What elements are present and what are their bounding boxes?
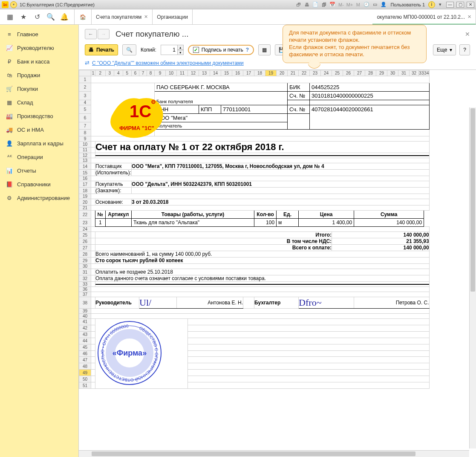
more-button[interactable]: Еще ▾ [433, 44, 456, 55]
buyer-label: Покупатель [95, 181, 132, 188]
info-button[interactable]: i [428, 1, 435, 8]
more-label: Еще [437, 47, 447, 53]
minimize-button[interactable]: — [446, 2, 454, 8]
tb-m-minus[interactable]: M- [338, 1, 344, 8]
nav-label: Операции [17, 154, 43, 160]
forward-button[interactable]: → [98, 29, 110, 39]
tb-compare-icon[interactable]: 🗐 [320, 1, 327, 8]
nav-label: Отчеты [17, 168, 36, 174]
tb-panel-icon[interactable]: ▭ [372, 1, 378, 8]
tb-icon-1[interactable]: 🗗 [295, 1, 302, 8]
spinner-down[interactable]: ▼ [178, 50, 184, 55]
tab-accounts[interactable]: Счета покупателям✕ [92, 9, 153, 24]
total-value: 140 000,00 [332, 245, 430, 251]
current-user[interactable]: Пользователь 1 [389, 2, 427, 7]
app-menu-dropdown[interactable]: ▾ [10, 1, 17, 8]
content-area: Для печати документа с факсимиле и оттис… [79, 25, 476, 457]
ruble-icon: ₽ [6, 58, 13, 65]
nav-reports[interactable]: 📊Отчеты [0, 164, 78, 177]
horizontal-scrollbar[interactable] [79, 450, 469, 457]
company-stamp: ОБЩЕСТВО С ОГРАНИЧЕННОЙ ОТВЕТСТВЕННОСТЬЮ… [95, 319, 164, 387]
tab-close-icon[interactable]: ✕ [144, 14, 148, 20]
nav-production[interactable]: 🏭Производство [0, 109, 78, 123]
director-signature: Ul/ [139, 297, 151, 308]
print-button[interactable]: 🖶 Печать [85, 44, 118, 55]
nav-operations[interactable]: ᴬᴷОперации [0, 150, 78, 164]
tb-m-plus[interactable]: M+ [346, 1, 353, 8]
tb-doc-icon[interactable]: 📄 [312, 1, 319, 8]
history-icon[interactable]: ↺ [33, 13, 41, 21]
nav-bank[interactable]: ₽Банк и касса [0, 55, 78, 68]
favorite-icon[interactable]: ★ [20, 13, 27, 21]
info-dropdown[interactable]: ▾ [437, 1, 444, 8]
search-icon[interactable]: 🔍 [47, 13, 55, 21]
chart-icon: 📈 [6, 44, 13, 51]
nav-purchases[interactable]: 🛒Покупки [0, 82, 78, 95]
grid-icon: ▦ [6, 99, 13, 106]
printer-icon: 🖶 [89, 47, 94, 53]
callout-line1: Для печати документа с факсимиле и оттис… [289, 29, 420, 44]
nav-main[interactable]: ≡Главное [0, 27, 78, 41]
tab-accounts-label: Счета покупателям [96, 14, 141, 20]
acc2-value: 40702810440020002661 [310, 105, 430, 130]
accountant-signature: Dfro~ [299, 297, 321, 308]
nav-sales[interactable]: 🛍Продажи [0, 68, 78, 82]
nav-assets[interactable]: 🚚ОС и НМА [0, 123, 78, 136]
bank-name: ПАО СБЕРБАНК Г. МОСКВА [155, 83, 288, 92]
invoice-title: Счет на оплату № 1 от 22 октября 2018 г. [95, 142, 430, 153]
help-button[interactable]: ? [459, 44, 470, 55]
edit-button[interactable]: ▦ [258, 44, 271, 55]
app-logo-icon: 1c [2, 1, 9, 8]
nav-warehouse[interactable]: ▦Склад [0, 95, 78, 109]
tb-print-icon[interactable]: 🖶 [303, 1, 310, 8]
nav-label: Производство [17, 113, 53, 119]
tb-calc-icon[interactable]: 📅 [329, 1, 336, 8]
checkbox-icon[interactable]: ✓ [193, 47, 199, 53]
tb-clock-icon[interactable]: 🕘 [363, 1, 370, 8]
nav-label: Главное [17, 31, 38, 38]
nav-label: ОС и НМА [17, 127, 44, 133]
tab-home[interactable]: 🏠 [75, 9, 92, 24]
maximize-button[interactable]: ▢ [456, 2, 464, 8]
factory-icon: 🏭 [6, 113, 13, 119]
director-name: Антонова Е. Н. [177, 297, 243, 309]
tb-user-icon: 👤 [380, 1, 387, 8]
close-window-button[interactable]: ✕ [467, 2, 474, 8]
tab-invoice[interactable]: окупателю МП00-000001 от 22.10.2...✕ [372, 9, 476, 24]
items-header: 22 №АртикулТовары (работы, услуги)Кол-во… [79, 211, 430, 219]
hint-callout: Для печати документа с факсимиле и оттис… [283, 25, 427, 63]
bell-icon[interactable]: 🔔 [61, 13, 68, 21]
spinner-up[interactable]: ▲ [178, 45, 184, 50]
nav-admin[interactable]: ⚙Администрирование [0, 191, 78, 205]
copies-spinner[interactable]: ▲▼ [161, 45, 184, 55]
back-button[interactable]: ← [85, 29, 97, 39]
copies-input[interactable] [161, 45, 178, 55]
help-icon[interactable]: ? [246, 47, 249, 53]
nav-label: Продажи [17, 72, 40, 78]
apps-icon[interactable]: ▦ [6, 13, 14, 21]
vertical-scrollbar[interactable] [469, 107, 476, 448]
nav-manager[interactable]: 📈Руководителю [0, 41, 78, 55]
director-label: Руководитель [95, 297, 139, 309]
nav-hr[interactable]: 👤Зарплата и кадры [0, 136, 78, 150]
tb-m[interactable]: M [355, 1, 361, 8]
col-headers: 1234567891011121314151617181920212223242… [79, 70, 430, 76]
nav-directories[interactable]: 📕Справочники [0, 177, 78, 191]
spreadsheet[interactable]: 1234567891011121314151617181920212223242… [79, 69, 476, 457]
tabs: 🏠 Счета покупателям✕ Организации окупате… [75, 9, 476, 24]
preview-button[interactable]: 🔍 [122, 44, 136, 55]
topbar: ▦ ★ ↺ 🔍 🔔 🏠 Счета покупателям✕ Организац… [0, 9, 476, 25]
edo-link[interactable]: С "ООО "Дельта"" возможен обмен электрон… [92, 60, 244, 66]
titlebar: 1c ▾ 1С:Бухгалтерия (1С:Предприятие) 🗗 🖶… [0, 0, 476, 9]
tab-close-icon[interactable]: ✕ [467, 14, 471, 20]
menu-icon: ≡ [6, 31, 13, 38]
base-value: 3 от 20.03.2018 [132, 199, 430, 205]
signature-stamp-label: Подпись и печать [202, 47, 243, 53]
signature-stamp-option[interactable]: ✓ Подпись и печать ? [188, 45, 254, 55]
tab-orgs[interactable]: Организации [153, 9, 193, 24]
close-page-button[interactable]: ✕ [465, 31, 470, 38]
kpp-label: КПП [201, 106, 212, 113]
book-icon: 📕 [6, 181, 13, 188]
bik-value: 044525225 [310, 83, 430, 92]
bars-icon: 📊 [6, 167, 13, 174]
